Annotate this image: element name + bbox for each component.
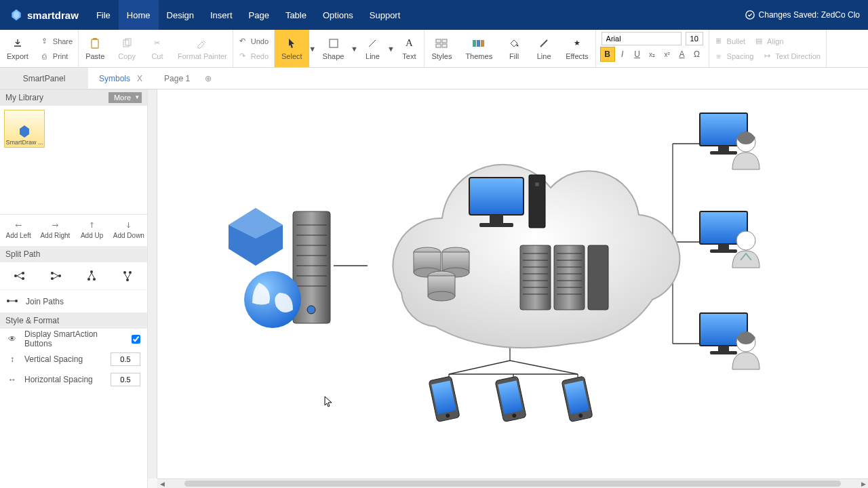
- add-up-button[interactable]: 🡑Add Up: [74, 215, 111, 246]
- undo-button[interactable]: ↶Undo: [239, 34, 269, 49]
- bold-button[interactable]: B: [600, 47, 615, 62]
- svg-rect-91: [588, 245, 608, 310]
- shape-dropdown[interactable]: ▼: [351, 30, 357, 67]
- superscript-button[interactable]: x²: [660, 47, 675, 62]
- shape-globe[interactable]: [244, 271, 301, 328]
- export-button[interactable]: Export: [0, 30, 35, 67]
- line-style-button[interactable]: Line: [529, 30, 559, 67]
- svg-line-46: [449, 361, 510, 374]
- underline-button[interactable]: U: [630, 47, 645, 62]
- scroll-right-arrow-icon[interactable]: ▶: [859, 479, 868, 488]
- shape-tool[interactable]: Shape: [316, 30, 351, 67]
- scroll-left-arrow-icon[interactable]: ◀: [157, 479, 167, 488]
- fill-button[interactable]: Fill: [499, 30, 529, 67]
- arrow-left-icon: 🡐: [15, 222, 22, 229]
- split-up-button[interactable]: [110, 266, 146, 285]
- subscript-button[interactable]: x₂: [645, 47, 660, 62]
- add-left-button[interactable]: 🡐Add Left: [0, 215, 37, 246]
- italic-button[interactable]: I: [615, 47, 630, 62]
- svg-point-18: [22, 272, 24, 274]
- share-button[interactable]: ⇪Share: [41, 34, 73, 49]
- line-tool[interactable]: Line: [357, 30, 387, 67]
- add-page-button[interactable]: ⊕: [201, 68, 216, 89]
- scrollbar-thumb[interactable]: [184, 481, 841, 487]
- canvas[interactable]: [157, 89, 868, 479]
- line-dropdown[interactable]: ▼: [387, 30, 394, 67]
- svg-point-65: [535, 182, 539, 186]
- shape-user-3[interactable]: [700, 313, 760, 369]
- svg-point-23: [51, 272, 54, 274]
- shape-user-2[interactable]: [700, 211, 760, 268]
- svg-rect-12: [477, 40, 480, 47]
- shape-server-racks[interactable]: [520, 245, 608, 310]
- shape-user-1[interactable]: [700, 113, 760, 169]
- symbols-tab[interactable]: SymbolsX: [88, 68, 153, 89]
- paste-button[interactable]: Paste: [79, 30, 111, 67]
- vertical-spacing-input[interactable]: [111, 352, 140, 366]
- svg-rect-61: [469, 178, 524, 215]
- smartpanel-tab[interactable]: SmartPanel: [0, 68, 88, 89]
- menubar: smartdraw File Home Design Insert Page T…: [0, 0, 868, 30]
- menu-insert[interactable]: Insert: [202, 0, 241, 30]
- align-button[interactable]: ▤Align: [755, 34, 783, 49]
- symbol-insert-button[interactable]: Ω: [690, 47, 705, 62]
- add-right-button[interactable]: 🡒Add Right: [37, 215, 73, 246]
- themes-button[interactable]: Themes: [458, 30, 499, 67]
- display-smartaction-checkbox[interactable]: [132, 335, 140, 344]
- check-circle-icon: [745, 10, 755, 20]
- library-more-button[interactable]: More: [108, 92, 142, 103]
- svg-line-26: [89, 273, 92, 278]
- styles-button[interactable]: Styles: [425, 30, 458, 67]
- square-icon: [328, 37, 340, 49]
- spacing-icon: ≡: [715, 52, 723, 60]
- menu-support[interactable]: Support: [361, 0, 409, 30]
- arrow-up-icon: 🡑: [89, 222, 96, 229]
- bullet-button[interactable]: ≣Bullet: [715, 34, 746, 49]
- svg-point-74: [428, 291, 455, 301]
- svg-line-22: [54, 276, 58, 279]
- add-down-button[interactable]: 🡓Add Down: [111, 215, 147, 246]
- redo-button[interactable]: ↷Redo: [239, 49, 269, 64]
- menu-file[interactable]: File: [88, 0, 119, 30]
- page1-tab[interactable]: Page 1: [153, 68, 201, 89]
- shape-phone-2[interactable]: [495, 376, 526, 422]
- menu-home[interactable]: Home: [119, 0, 159, 30]
- format-painter-button[interactable]: Format Painter: [172, 30, 233, 67]
- shape-phone-1[interactable]: [429, 376, 460, 422]
- join-paths-button[interactable]: Join Paths: [0, 289, 147, 312]
- text-tool[interactable]: A Text: [394, 30, 424, 67]
- vertical-scroll-gutter[interactable]: [148, 89, 157, 479]
- svg-line-6: [369, 40, 376, 47]
- cut-button[interactable]: ✂ Cut: [142, 30, 172, 67]
- font-name-input[interactable]: [601, 32, 682, 45]
- font-size-input[interactable]: [686, 32, 703, 45]
- menu-page[interactable]: Page: [241, 0, 277, 30]
- library-item[interactable]: SmartDraw ...: [4, 110, 45, 148]
- horizontal-spacing-input[interactable]: [111, 373, 140, 386]
- split-right-button[interactable]: [1, 266, 37, 285]
- svg-point-15: [14, 274, 17, 277]
- menu-options[interactable]: Options: [315, 0, 361, 30]
- svg-rect-10: [442, 44, 447, 47]
- svg-point-25: [90, 270, 93, 273]
- font-color-button[interactable]: A: [675, 47, 690, 62]
- effects-button[interactable]: ★ Effects: [559, 30, 595, 67]
- spacing-button[interactable]: ≡Spacing: [715, 49, 754, 64]
- menu-table[interactable]: Table: [277, 0, 315, 30]
- menu-design[interactable]: Design: [159, 0, 202, 30]
- split-left-button[interactable]: [37, 266, 73, 285]
- text-direction-button[interactable]: ↦Text Direction: [763, 49, 821, 64]
- canvas-area[interactable]: ◀ ▶: [148, 89, 868, 488]
- menu-items: File Home Design Insert Page Table Optio…: [88, 0, 408, 30]
- brand-text: smartdraw: [27, 9, 79, 21]
- print-button[interactable]: ⎙Print: [41, 49, 73, 64]
- select-dropdown[interactable]: ▼: [309, 30, 316, 67]
- shape-phone-3[interactable]: [561, 376, 593, 422]
- copy-button[interactable]: Copy: [111, 30, 142, 67]
- shape-logo[interactable]: [229, 208, 283, 266]
- horizontal-scrollbar[interactable]: ◀ ▶: [157, 479, 868, 488]
- select-tool[interactable]: Select: [275, 30, 309, 67]
- close-icon[interactable]: X: [137, 74, 142, 83]
- arrow-down-icon: 🡓: [125, 222, 132, 229]
- split-down-button[interactable]: [74, 266, 110, 285]
